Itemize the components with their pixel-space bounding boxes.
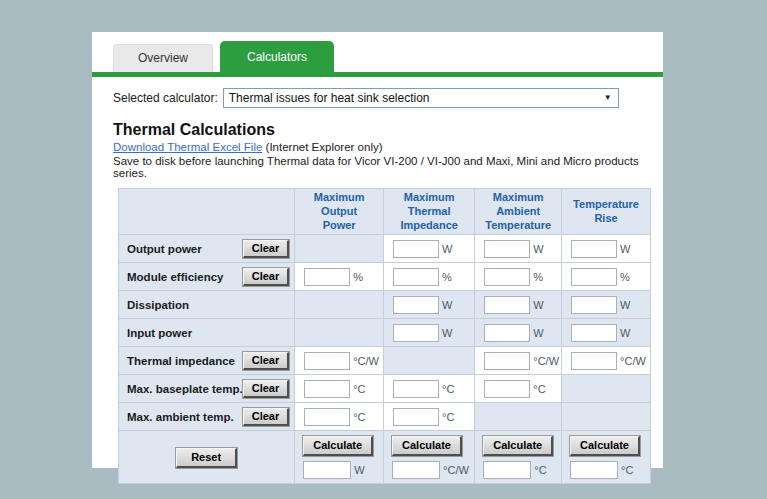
calculator-select-value: Thermal issues for heat sink selection xyxy=(229,91,430,105)
save-instructions: Save to disk before launching Thermal da… xyxy=(113,155,651,179)
cell-input[interactable] xyxy=(393,324,439,342)
unit-label: °C xyxy=(533,383,545,395)
unit-label: °C xyxy=(353,411,365,423)
table-header-row: Maximum Output Power Maximum Thermal Imp… xyxy=(119,189,651,235)
table-row-max-baseplate-temp: Max. baseplate temp.Clear °C °C °C xyxy=(119,375,651,403)
calculate-button[interactable]: Calculate xyxy=(570,436,640,456)
result-input[interactable] xyxy=(303,461,351,479)
cell-input[interactable] xyxy=(393,380,439,398)
unit-label: °C/W xyxy=(443,464,469,476)
unit-label: °C/W xyxy=(533,355,559,367)
row-label: Module efficiency xyxy=(127,271,224,283)
row-label: Thermal impedance xyxy=(127,355,235,367)
cell-input[interactable] xyxy=(393,268,439,286)
cell-input[interactable] xyxy=(304,352,350,370)
tab-bar: Overview Calculators xyxy=(92,32,663,72)
cell-input[interactable] xyxy=(484,380,530,398)
cell-input[interactable] xyxy=(571,240,617,258)
chevron-down-icon: ▼ xyxy=(604,94,612,102)
empty-cell xyxy=(475,403,562,431)
col-header-temperature-rise: Temperature Rise xyxy=(562,189,651,235)
unit-label: °C/W xyxy=(620,355,646,367)
desktop-background: { "colors": { "accent_green": "#2d9e40",… xyxy=(0,0,767,499)
row-label: Input power xyxy=(127,327,192,339)
table-row-thermal-impedance: Thermal impedanceClear °C/W °C/W °C/W xyxy=(119,347,651,375)
download-line: Download Thermal Excel File (Internet Ex… xyxy=(113,141,651,153)
empty-cell xyxy=(562,375,651,403)
empty-cell xyxy=(295,291,384,319)
empty-cell xyxy=(562,403,651,431)
table-row-max-ambient-temp: Max. ambient temp.Clear °C °C xyxy=(119,403,651,431)
table-footer-row: Reset Calculate W Calculate °C/W Calcula… xyxy=(119,431,651,484)
table-row-input-power: Input power W W W xyxy=(119,319,651,347)
cell-input[interactable] xyxy=(484,352,530,370)
unit-label: °C xyxy=(621,464,633,476)
cell-input[interactable] xyxy=(484,240,530,258)
unit-label: W xyxy=(620,299,630,311)
cell-input[interactable] xyxy=(304,268,350,286)
col-header-max-thermal-impedance: Maximum Thermal Impedance xyxy=(384,189,475,235)
unit-label: °C xyxy=(442,411,454,423)
clear-button[interactable]: Clear xyxy=(243,352,290,370)
clear-button[interactable]: Clear xyxy=(243,240,290,258)
unit-label: W xyxy=(354,464,364,476)
result-input[interactable] xyxy=(392,461,440,479)
row-label: Dissipation xyxy=(127,299,189,311)
result-input[interactable] xyxy=(570,461,618,479)
table-row-output-power: Output powerClear W W W xyxy=(119,235,651,263)
clear-button[interactable]: Clear xyxy=(243,268,290,286)
unit-label: °C xyxy=(534,464,546,476)
thermal-calculations-table: Maximum Output Power Maximum Thermal Imp… xyxy=(118,188,651,484)
calculate-button[interactable]: Calculate xyxy=(303,436,373,456)
unit-label: % xyxy=(533,271,543,283)
unit-label: % xyxy=(442,271,452,283)
clear-button[interactable]: Clear xyxy=(243,380,290,398)
calculate-button[interactable]: Calculate xyxy=(392,436,462,456)
row-label: Output power xyxy=(127,243,202,255)
corner-header-cell xyxy=(119,189,295,235)
app-panel: Overview Calculators Selected calculator… xyxy=(92,32,663,468)
cell-input[interactable] xyxy=(484,268,530,286)
cell-input[interactable] xyxy=(571,352,617,370)
calculator-select[interactable]: Thermal issues for heat sink selection ▼ xyxy=(223,88,619,108)
unit-label: W xyxy=(533,243,543,255)
unit-label: W xyxy=(442,243,452,255)
empty-cell xyxy=(384,347,475,375)
empty-cell xyxy=(295,319,384,347)
unit-label: W xyxy=(620,243,630,255)
unit-label: W xyxy=(442,299,452,311)
col-header-max-output-power: Maximum Output Power xyxy=(295,189,384,235)
empty-cell xyxy=(295,235,384,263)
unit-label: % xyxy=(353,271,363,283)
download-excel-link[interactable]: Download Thermal Excel File xyxy=(113,141,262,153)
reset-button[interactable]: Reset xyxy=(176,448,237,468)
cell-input[interactable] xyxy=(304,408,350,426)
cell-input[interactable] xyxy=(393,408,439,426)
cell-input[interactable] xyxy=(304,380,350,398)
cell-input[interactable] xyxy=(571,268,617,286)
unit-label: W xyxy=(620,327,630,339)
cell-input[interactable] xyxy=(571,324,617,342)
unit-label: W xyxy=(533,327,543,339)
clear-button[interactable]: Clear xyxy=(243,408,290,426)
calculate-button[interactable]: Calculate xyxy=(483,436,553,456)
tab-calculators[interactable]: Calculators xyxy=(220,41,334,72)
row-label: Max. baseplate temp. xyxy=(127,383,243,395)
tab-overview[interactable]: Overview xyxy=(113,44,213,72)
unit-label: °C xyxy=(442,383,454,395)
unit-label: % xyxy=(620,271,630,283)
cell-input[interactable] xyxy=(571,296,617,314)
unit-label: °C/W xyxy=(353,355,379,367)
cell-input[interactable] xyxy=(484,296,530,314)
cell-input[interactable] xyxy=(393,296,439,314)
cell-input[interactable] xyxy=(484,324,530,342)
table-row-dissipation: Dissipation W W W xyxy=(119,291,651,319)
cell-input[interactable] xyxy=(393,240,439,258)
content-area: Selected calculator: Thermal issues for … xyxy=(92,77,663,484)
row-label: Max. ambient temp. xyxy=(127,411,234,423)
result-input[interactable] xyxy=(483,461,531,479)
download-note: (Internet Explorer only) xyxy=(262,141,382,153)
table-row-module-efficiency: Module efficiencyClear % % % % xyxy=(119,263,651,291)
calculator-select-label: Selected calculator: xyxy=(113,91,218,105)
unit-label: W xyxy=(442,327,452,339)
